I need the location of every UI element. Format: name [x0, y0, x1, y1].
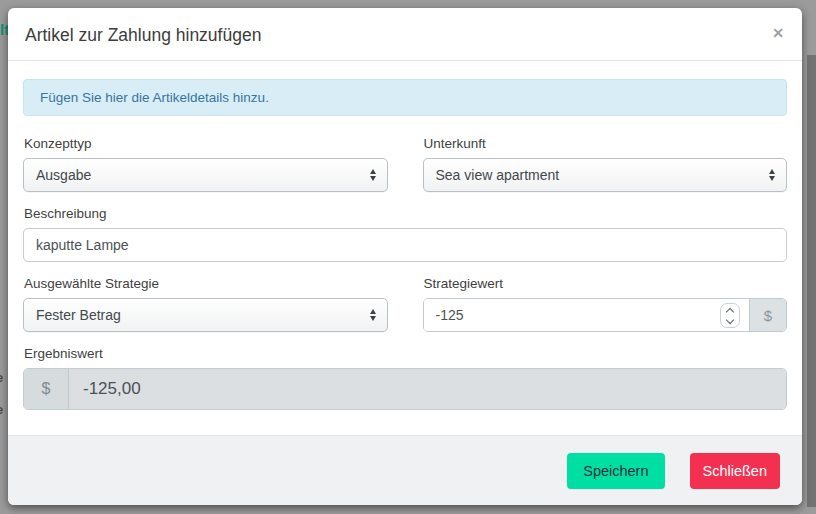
modal-header: Artikel zur Zahlung hinzufügen ✕: [8, 8, 802, 61]
number-stepper[interactable]: [720, 303, 740, 328]
strategie-label: Ausgewählte Strategie: [24, 276, 388, 291]
close-button[interactable]: Schließen: [690, 453, 780, 489]
ergebniswert-input-group: $: [23, 368, 787, 410]
field-konzepttyp: Konzepttyp Ausgabe: [23, 136, 388, 192]
info-alert: Fügen Sie hier die Artikeldetails hinzu.: [23, 79, 787, 116]
add-payment-item-modal: Artikel zur Zahlung hinzufügen ✕ Fügen S…: [8, 8, 802, 505]
field-strategie: Ausgewählte Strategie Fester Betrag: [23, 276, 388, 332]
chevron-up-icon: [726, 307, 734, 315]
currency-addon: $: [749, 299, 786, 331]
background-strip: [807, 55, 816, 507]
unterkunft-select[interactable]: Sea view apartment: [423, 158, 788, 192]
modal-body: Fügen Sie hier die Artikeldetails hinzu.…: [8, 61, 802, 435]
field-ergebniswert: Ergebniswert $: [23, 346, 787, 410]
close-icon[interactable]: ✕: [772, 26, 784, 40]
background-text-fragment: e: [0, 402, 3, 417]
save-button[interactable]: Speichern: [567, 453, 664, 489]
select-arrows-icon: [370, 169, 376, 181]
modal-title: Artikel zur Zahlung hinzufügen: [25, 25, 782, 46]
strategiewert-input[interactable]: [424, 299, 750, 331]
modal-footer: Speichern Schließen: [8, 435, 802, 505]
select-arrows-icon: [769, 169, 775, 181]
currency-addon: $: [24, 369, 69, 409]
background-text-fragment: e: [0, 370, 3, 385]
strategie-selected-value: Fester Betrag: [36, 307, 121, 323]
unterkunft-selected-value: Sea view apartment: [436, 167, 560, 183]
strategiewert-label: Strategiewert: [424, 276, 788, 291]
ergebniswert-input: [69, 369, 786, 409]
beschreibung-label: Beschreibung: [24, 206, 787, 221]
chevron-down-icon: [726, 315, 734, 323]
unterkunft-label: Unterkunft: [424, 136, 788, 151]
ergebniswert-label: Ergebniswert: [24, 346, 787, 361]
strategiewert-input-group: $: [423, 298, 788, 332]
konzepttyp-selected-value: Ausgabe: [36, 167, 91, 183]
beschreibung-input[interactable]: [23, 228, 787, 262]
strategie-select[interactable]: Fester Betrag: [23, 298, 388, 332]
field-beschreibung: Beschreibung: [23, 206, 787, 262]
konzepttyp-label: Konzepttyp: [24, 136, 388, 151]
field-unterkunft: Unterkunft Sea view apartment: [423, 136, 788, 192]
field-strategiewert: Strategiewert $: [423, 276, 788, 332]
select-arrows-icon: [370, 309, 376, 321]
konzepttyp-select[interactable]: Ausgabe: [23, 158, 388, 192]
